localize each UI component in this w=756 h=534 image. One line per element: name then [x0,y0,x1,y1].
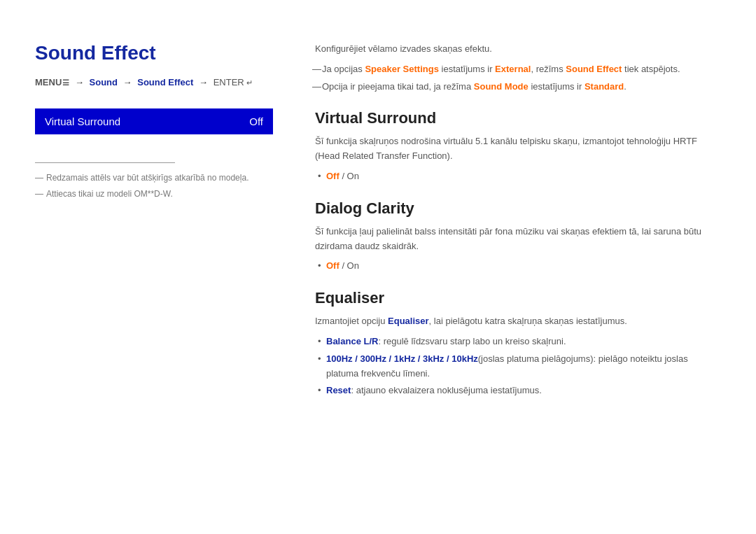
intro-line-2: Opcija ir pieejama tikai tad, ja režīma … [315,80,721,94]
right-panel: Konfigurējiet vēlamo izvades skaņas efek… [315,42,721,401]
intro-line-1: Ja opcijas Speaker Settings iestatījums … [315,62,721,77]
menu-label: MENU☰ [35,77,69,87]
menu-item-value: Off [249,115,263,127]
dialog-clarity-title: Dialog Clarity [315,199,721,218]
virtual-surround-menu-item[interactable]: Virtual Surround Off [35,108,273,134]
equaliser-bullet-2: 100Hz / 300Hz / 1kHz / 3kHz / 10kHz(josl… [315,352,721,381]
breadcrumb-enter: ENTER ↵ [214,77,253,87]
page-title: Sound Effect [35,42,273,64]
equaliser-title: Equaliser [315,289,721,307]
equaliser-desc: Izmantojiet opciju Equaliser, lai pielāg… [315,314,721,329]
intro-text: Konfigurējiet vēlamo izvades skaņas efek… [315,42,721,57]
virtual-surround-title: Virtual Surround [315,109,721,127]
dialog-clarity-bullet: Off / On [315,259,721,274]
equaliser-bullet-1: Balance L/R: regulē līdzsvaru starp labo… [315,335,721,349]
arrow-3: → [199,77,208,87]
arrow-2: → [123,77,132,87]
dialog-clarity-desc: Šī funkcija ļauj palielināt balss intens… [315,225,721,254]
divider [35,162,175,163]
footnote-1: —Redzamais attēls var būt atšķirīgs atka… [35,171,273,185]
left-panel: Sound Effect MENU☰ → Sound → Sound Effec… [35,42,273,401]
virtual-surround-bullet: Off / On [315,169,721,184]
breadcrumb: MENU☰ → Sound → Sound Effect → ENTER ↵ [35,77,273,87]
arrow-1: → [75,77,84,87]
breadcrumb-sound: Sound [90,77,118,87]
breadcrumb-sound-effect: Sound Effect [137,77,193,87]
footnote-2: —Attiecas tikai uz modeli OM**D-W. [35,188,273,201]
equaliser-bullet-3: Reset: atjauno ekvalaizerа noklusējuma i… [315,384,721,398]
virtual-surround-desc: Šī funkcija skaļruņos nodrošina virtuālu… [315,134,721,164]
menu-item-label: Virtual Surround [45,115,120,127]
footnotes: —Redzamais attēls var būt atšķirīgs atka… [35,171,273,201]
